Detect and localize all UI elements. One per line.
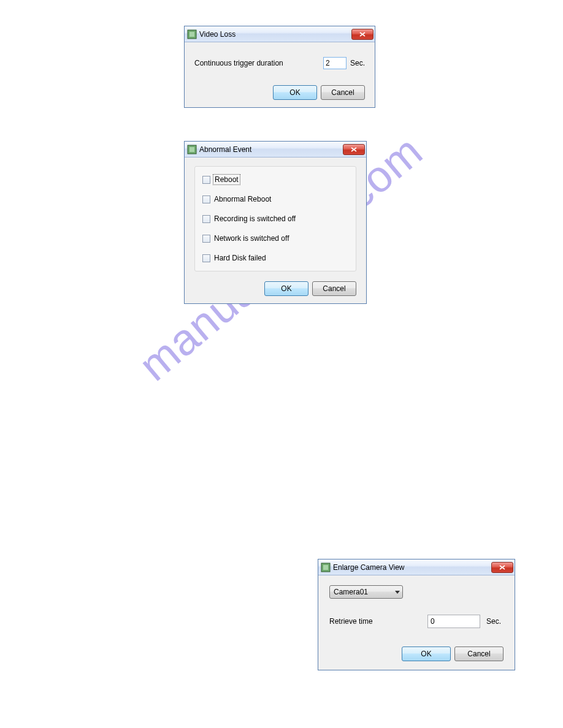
- duration-label: Continuous trigger duration: [194, 59, 323, 67]
- checkbox-label: Hard Disk failed: [214, 254, 266, 262]
- checkbox-label: Network is switched off: [214, 234, 289, 243]
- checkbox-row-reboot[interactable]: Reboot: [202, 175, 348, 184]
- svg-rect-1: [190, 32, 194, 37]
- dialog-video-loss: Video Loss Continuous trigger duration S…: [184, 26, 375, 108]
- chevron-down-icon: [395, 591, 400, 594]
- checkbox-icon[interactable]: [202, 254, 210, 262]
- event-group: Reboot Abnormal Reboot Recording is swit…: [194, 166, 356, 271]
- retrieve-time-input[interactable]: [427, 615, 480, 628]
- close-button[interactable]: [491, 562, 513, 573]
- checkbox-icon[interactable]: [202, 195, 210, 203]
- titlebar[interactable]: Abnormal Event: [185, 142, 366, 157]
- checkbox-row-network-off[interactable]: Network is switched off: [202, 234, 348, 243]
- dialog-title: Enlarge Camera View: [333, 563, 491, 572]
- dropdown-value: Camera01: [334, 588, 368, 596]
- checkbox-label: Reboot: [214, 175, 239, 184]
- close-button[interactable]: [351, 29, 373, 40]
- dialog-body: Camera01 Retrieve time Sec. OK Cancel: [318, 575, 515, 670]
- app-icon: [187, 29, 197, 39]
- cancel-button[interactable]: Cancel: [312, 281, 356, 296]
- svg-rect-3: [190, 147, 194, 152]
- checkbox-row-abnormal-reboot[interactable]: Abnormal Reboot: [202, 195, 348, 203]
- checkbox-icon[interactable]: [202, 215, 210, 223]
- unit-label: Sec.: [350, 59, 365, 67]
- duration-input[interactable]: [323, 57, 347, 69]
- ok-button[interactable]: OK: [264, 281, 308, 296]
- close-button[interactable]: [343, 144, 365, 155]
- cancel-button[interactable]: Cancel: [454, 646, 504, 661]
- titlebar[interactable]: Enlarge Camera View: [318, 559, 515, 575]
- checkbox-row-hdd-failed[interactable]: Hard Disk failed: [202, 254, 348, 262]
- ok-button[interactable]: OK: [402, 646, 451, 661]
- titlebar[interactable]: Video Loss: [185, 26, 375, 42]
- dialog-enlarge-camera-view: Enlarge Camera View Camera01 Retrieve ti…: [318, 559, 515, 670]
- checkbox-label: Abnormal Reboot: [214, 195, 271, 203]
- svg-rect-5: [323, 565, 328, 570]
- checkbox-row-recording-off[interactable]: Recording is switched off: [202, 214, 348, 223]
- cancel-button[interactable]: Cancel: [321, 85, 365, 100]
- dialog-title: Video Loss: [199, 30, 351, 39]
- dialog-title: Abnormal Event: [199, 145, 343, 154]
- app-icon: [321, 563, 331, 572]
- dialog-body: Continuous trigger duration Sec. OK Canc…: [185, 42, 375, 107]
- dialog-abnormal-event: Abnormal Event Reboot Abnormal Reboot Re…: [184, 141, 367, 304]
- dialog-body: Reboot Abnormal Reboot Recording is swit…: [185, 157, 366, 303]
- retrieve-time-label: Retrieve time: [329, 617, 427, 626]
- checkbox-icon[interactable]: [202, 176, 210, 184]
- checkbox-label: Recording is switched off: [214, 214, 296, 223]
- checkbox-icon[interactable]: [202, 235, 210, 243]
- unit-label: Sec.: [486, 617, 501, 626]
- ok-button[interactable]: OK: [273, 85, 317, 100]
- app-icon: [187, 145, 197, 154]
- camera-dropdown[interactable]: Camera01: [329, 585, 403, 599]
